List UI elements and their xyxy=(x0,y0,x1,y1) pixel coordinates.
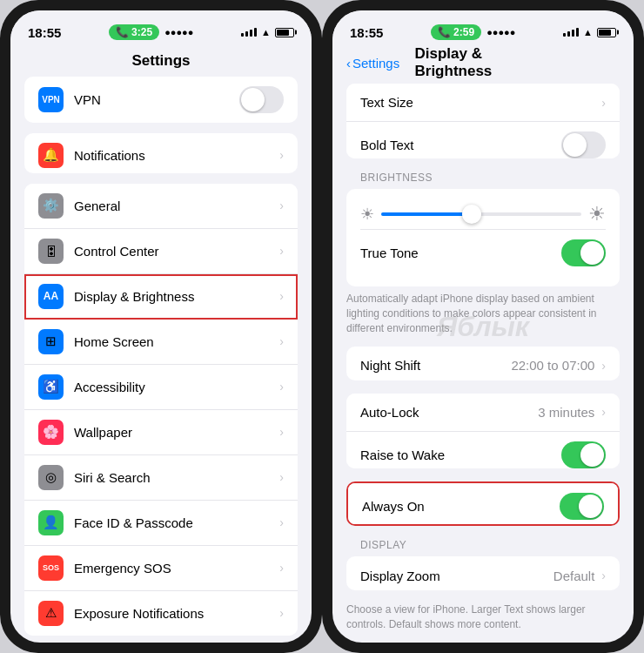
sun-large-icon: ☀ xyxy=(588,203,606,226)
night-shift-chevron: › xyxy=(601,359,606,373)
true-tone-toggle[interactable] xyxy=(561,239,606,266)
siri-label: Siri & Search xyxy=(74,470,276,485)
home-screen-row[interactable]: ⊞ Home Screen › xyxy=(24,320,298,365)
wallpaper-row[interactable]: 🌸 Wallpaper › xyxy=(24,410,298,455)
night-shift-value: 22:00 to 07:00 xyxy=(511,358,594,373)
control-center-chevron: › xyxy=(279,244,284,258)
call-indicator-right: 📞 2:59 xyxy=(431,24,481,40)
faceid-row[interactable]: 👤 Face ID & Passcode › xyxy=(24,501,298,546)
page-title-right: Display & Brightness xyxy=(415,45,552,80)
signal-icon xyxy=(241,28,257,37)
notifications-row[interactable]: 🔔 Notifications › xyxy=(24,133,298,174)
accessibility-row[interactable]: ♿ Accessibility › xyxy=(24,365,298,410)
accessibility-icon: ♿ xyxy=(38,374,64,400)
call-indicator-left: 📞 3:25 xyxy=(109,24,159,40)
raise-to-wake-toggle[interactable] xyxy=(561,441,606,468)
true-tone-row[interactable]: True Tone xyxy=(360,229,606,276)
right-phone: Яблык 18:55 📞 2:59 ●●●●● ▲ xyxy=(322,0,644,653)
auto-lock-value: 3 minutes xyxy=(538,405,594,420)
accessibility-chevron: › xyxy=(279,380,284,394)
back-label: Settings xyxy=(352,56,399,71)
text-size-label: Text Size xyxy=(360,95,598,110)
sun-small-icon: ☀ xyxy=(360,205,374,224)
night-shift-group: Night Shift 22:00 to 07:00 › xyxy=(346,347,620,380)
wallpaper-icon: 🌸 xyxy=(38,420,64,445)
auto-lock-chevron: › xyxy=(601,405,606,419)
text-size-chevron: › xyxy=(601,96,606,110)
display-zoom-group: Display Zoom Default › xyxy=(346,556,620,590)
sos-row[interactable]: SOS Emergency SOS › xyxy=(24,546,298,591)
exposure-icon: ⚠ xyxy=(38,601,64,626)
siri-icon: ◎ xyxy=(38,465,64,490)
phone-icon: 📞 xyxy=(116,26,129,38)
exposure-label: Exposure Notifications xyxy=(74,606,276,621)
display-zoom-value: Default xyxy=(553,569,595,583)
status-right-right: ▲ xyxy=(563,27,616,37)
control-center-label: Control Center xyxy=(74,244,276,259)
vpn-icon: VPN xyxy=(38,87,64,112)
bold-text-row[interactable]: Bold Text xyxy=(346,122,620,158)
status-bar-left: 18:55 📞 3:25 ●●●●● ▲ xyxy=(10,10,312,49)
auto-lock-row[interactable]: Auto-Lock 3 minutes › xyxy=(346,394,620,432)
accessibility-label: Accessibility xyxy=(74,380,276,394)
notifications-label: Notifications xyxy=(74,148,276,163)
sos-label: Emergency SOS xyxy=(74,561,276,576)
phone-icon-right: 📞 xyxy=(438,26,451,38)
wallpaper-chevron: › xyxy=(279,425,284,439)
faceid-chevron: › xyxy=(279,515,284,529)
brightness-section-label: BRIGHTNESS xyxy=(332,172,634,189)
page-title-left: Settings xyxy=(131,52,190,69)
siri-row[interactable]: ◎ Siri & Search › xyxy=(24,455,298,501)
nav-bar-left: Settings xyxy=(10,49,312,77)
display-brightness-label: Display & Brightness xyxy=(74,289,276,304)
display-zoom-row[interactable]: Display Zoom Default › xyxy=(346,556,620,590)
settings-group-1: 🔔 Notifications › 🔊 Sounds & Haptics › 🌙… xyxy=(24,133,298,174)
status-bar-right: 18:55 📞 2:59 ●●●●● ▲ xyxy=(332,10,634,49)
display-brightness-row[interactable]: AA Display & Brightness › xyxy=(24,274,298,320)
home-screen-icon: ⊞ xyxy=(38,329,64,354)
siri-chevron: › xyxy=(279,470,284,484)
brightness-slider[interactable] xyxy=(381,212,581,216)
sos-icon: SOS xyxy=(38,555,64,581)
settings-group-2: ⚙️ General › 🎛 Control Center › AA xyxy=(24,184,298,636)
general-label: General xyxy=(74,199,276,213)
settings-group-2-wrapper: ⚙️ General › 🎛 Control Center › AA xyxy=(10,184,312,643)
brightness-slider-row[interactable]: ☀ ☀ xyxy=(360,199,606,229)
top-settings-group: Text Size › Bold Text xyxy=(346,84,620,158)
control-center-row[interactable]: 🎛 Control Center › xyxy=(24,229,298,274)
general-icon: ⚙️ xyxy=(38,193,64,219)
back-button[interactable]: ‹ Settings xyxy=(346,56,399,71)
display-zoom-description: Choose a view for iPhone. Larger Text sh… xyxy=(332,597,634,643)
autolock-group: Auto-Lock 3 minutes › Raise to Wake xyxy=(346,394,620,468)
raise-to-wake-label: Raise to Wake xyxy=(360,448,561,462)
back-chevron-icon: ‹ xyxy=(346,56,351,71)
text-size-row[interactable]: Text Size › xyxy=(346,84,620,122)
wifi-icon: ▲ xyxy=(261,27,271,37)
night-shift-row[interactable]: Night Shift 22:00 to 07:00 › xyxy=(346,347,620,380)
general-row[interactable]: ⚙️ General › xyxy=(24,184,298,229)
always-on-row[interactable]: Always On xyxy=(348,483,618,526)
brightness-section: ☀ ☀ True Tone xyxy=(346,189,620,286)
status-center-right: 📞 2:59 ●●●●● xyxy=(431,24,515,40)
nav-bar-right: ‹ Settings Display & Brightness xyxy=(332,49,634,80)
bold-text-label: Bold Text xyxy=(360,138,561,152)
raise-to-wake-row[interactable]: Raise to Wake xyxy=(346,432,620,468)
display-section-label: DISPLAY xyxy=(332,539,634,556)
always-on-label: Always On xyxy=(362,499,560,514)
vpn-row[interactable]: VPN VPN xyxy=(24,77,298,123)
battery-icon xyxy=(275,28,294,37)
status-center-left: 📞 3:25 ●●●●● xyxy=(109,24,193,40)
true-tone-description: Automatically adapt iPhone display based… xyxy=(332,286,634,346)
vpn-label: VPN xyxy=(74,92,239,107)
sos-chevron: › xyxy=(279,561,284,575)
vpn-toggle[interactable] xyxy=(239,86,284,113)
true-tone-label: True Tone xyxy=(360,246,561,260)
battery-icon-right xyxy=(597,28,616,37)
always-on-toggle[interactable] xyxy=(560,493,604,520)
display-zoom-chevron: › xyxy=(601,569,606,582)
always-on-highlighted-row: Always On xyxy=(346,481,620,526)
display-brightness-chevron: › xyxy=(279,289,284,303)
bold-text-toggle[interactable] xyxy=(561,131,606,158)
exposure-row[interactable]: ⚠ Exposure Notifications › xyxy=(24,591,298,636)
nav-bar-row-right: ‹ Settings Display & Brightness xyxy=(346,50,620,75)
